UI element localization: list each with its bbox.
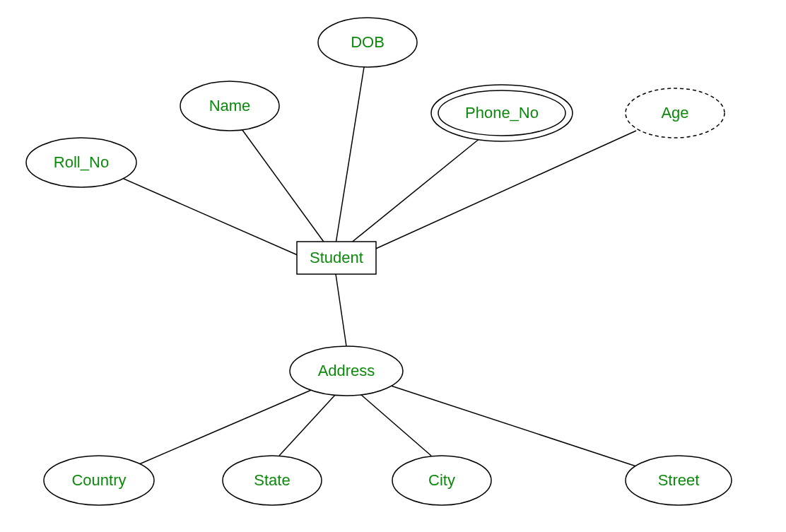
edge-student-name bbox=[240, 127, 325, 244]
edge-student-address bbox=[336, 274, 346, 346]
edge-student-age bbox=[371, 131, 636, 251]
edge-student-phoneno bbox=[350, 138, 481, 244]
attr-address-label: Address bbox=[318, 362, 375, 379]
edge-address-street bbox=[389, 385, 636, 466]
attr-rollno-label: Roll_No bbox=[54, 153, 109, 171]
attr-country-label: Country bbox=[71, 471, 126, 489]
edge-student-dob bbox=[336, 67, 364, 244]
entity-student-label: Student bbox=[310, 249, 363, 266]
attr-phoneno-label: Phone_No bbox=[465, 104, 539, 122]
er-diagram-canvas: Student Roll_No Name DOB Phone_No Age Ad… bbox=[0, 0, 786, 532]
attr-street-label: Street bbox=[658, 471, 700, 489]
attr-dob-label: DOB bbox=[351, 33, 385, 51]
attr-name-label: Name bbox=[209, 97, 251, 114]
edge-address-state bbox=[279, 394, 336, 456]
edge-address-city bbox=[360, 394, 431, 456]
edge-address-country bbox=[134, 389, 315, 466]
attr-state-label: State bbox=[254, 471, 290, 489]
edge-student-rollno bbox=[124, 179, 304, 258]
attr-age-label: Age bbox=[661, 104, 688, 122]
attr-city-label: City bbox=[428, 471, 455, 489]
